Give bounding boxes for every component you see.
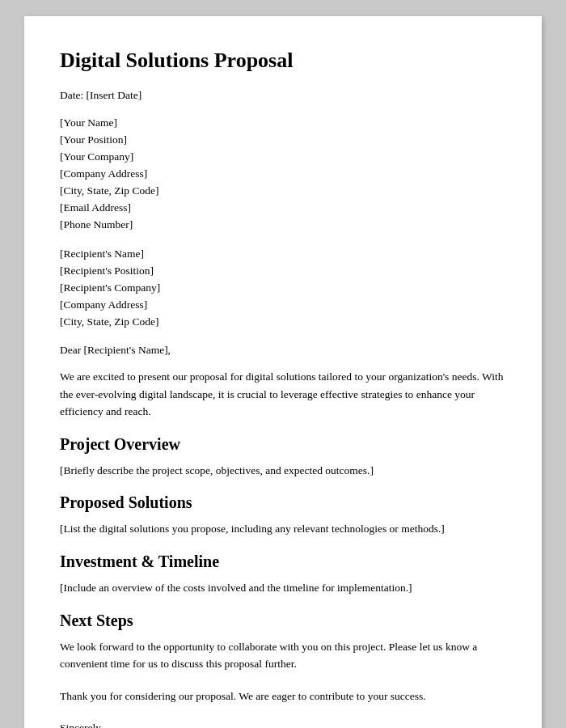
sender-line-1: [Your Name]	[60, 115, 506, 132]
sender-line-2: [Your Position]	[60, 132, 506, 149]
next-steps-paragraph-2: Thank you for considering our proposal. …	[60, 688, 506, 705]
recipient-address-block: [Recipient's Name] [Recipient's Position…	[60, 246, 506, 331]
next-steps-paragraph-1: We look forward to the opportunity to co…	[60, 638, 506, 673]
document: Digital Solutions Proposal Date: [Insert…	[24, 16, 542, 728]
recipient-line-2: [Recipient's Position]	[60, 263, 506, 280]
document-title: Digital Solutions Proposal	[60, 49, 506, 73]
investment-timeline-placeholder: [Include an overview of the costs involv…	[60, 579, 506, 597]
sender-line-5: [City, State, Zip Code]	[60, 183, 506, 200]
sender-line-3: [Your Company]	[60, 149, 506, 166]
recipient-line-4: [Company Address]	[60, 297, 506, 314]
proposed-solutions-placeholder: [List the digital solutions you propose,…	[60, 520, 506, 538]
recipient-line-1: [Recipient's Name]	[60, 246, 506, 263]
date-line: Date: [Insert Date]	[60, 89, 506, 102]
salutation: Dear [Recipient's Name],	[60, 344, 506, 357]
recipient-line-3: [Recipient's Company]	[60, 280, 506, 297]
section-heading-project-overview: Project Overview	[60, 435, 506, 454]
section-heading-investment-timeline: Investment & Timeline	[60, 552, 506, 571]
sender-line-4: [Company Address]	[60, 166, 506, 183]
section-heading-proposed-solutions: Proposed Solutions	[60, 493, 506, 512]
intro-paragraph: We are excited to present our proposal f…	[60, 368, 506, 421]
sender-address-block: [Your Name] [Your Position] [Your Compan…	[60, 115, 506, 233]
recipient-line-5: [City, State, Zip Code]	[60, 314, 506, 331]
sender-line-7: [Phone Number]	[60, 217, 506, 234]
section-heading-next-steps: Next Steps	[60, 612, 506, 630]
project-overview-placeholder: [Briefly describe the project scope, obj…	[60, 462, 506, 480]
closing-sincerely: Sincerely,	[60, 719, 506, 728]
sender-line-6: [Email Address]	[60, 200, 506, 217]
